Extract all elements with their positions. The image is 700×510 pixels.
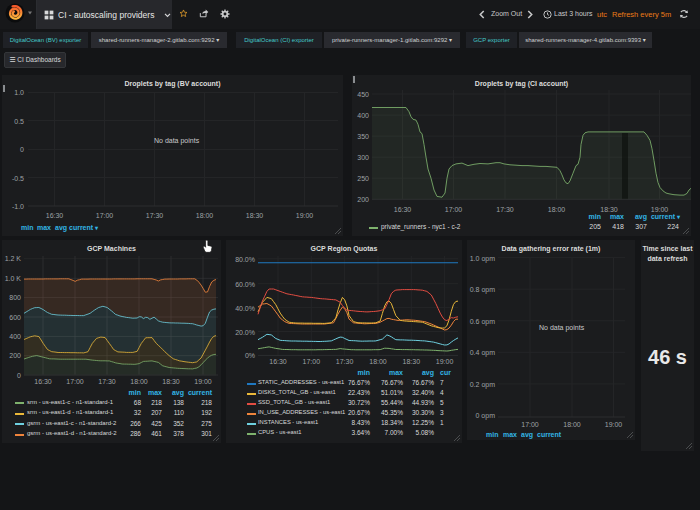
svg-text:0: 0 <box>20 146 24 153</box>
svg-text:250: 250 <box>357 175 369 182</box>
svg-text:200: 200 <box>9 352 21 359</box>
svg-text:200: 200 <box>357 196 369 203</box>
svg-text:0.5: 0.5 <box>14 118 24 125</box>
svg-text:0: 0 <box>17 372 21 379</box>
svg-text:18:00: 18:00 <box>563 421 581 428</box>
svg-text:800: 800 <box>9 294 21 301</box>
svg-text:18:00: 18:00 <box>548 206 566 213</box>
svg-text:18:00: 18:00 <box>369 358 387 365</box>
svg-text:19:00: 19:00 <box>605 421 623 428</box>
svg-text:19:00: 19:00 <box>651 206 669 213</box>
svg-text:400: 400 <box>357 112 369 119</box>
svg-text:-1.0: -1.0 <box>12 203 24 210</box>
svg-text:0.2 opm: 0.2 opm <box>470 381 495 389</box>
svg-text:17:30: 17:30 <box>496 206 514 213</box>
svg-text:-0.5: -0.5 <box>12 175 24 182</box>
svg-text:400: 400 <box>9 333 21 340</box>
svg-text:17:30: 17:30 <box>336 358 354 365</box>
svg-text:16:30: 16:30 <box>394 206 412 213</box>
svg-text:1.0 opm: 1.0 opm <box>470 255 495 263</box>
svg-text:16:30: 16:30 <box>34 378 52 385</box>
svg-text:19:00: 19:00 <box>194 378 212 385</box>
svg-text:0.6 opm: 0.6 opm <box>470 318 495 326</box>
svg-text:60.0%: 60.0% <box>235 281 255 288</box>
svg-text:17:30: 17:30 <box>146 212 164 219</box>
svg-text:17:00: 17:00 <box>66 378 84 385</box>
svg-text:18:00: 18:00 <box>196 212 214 219</box>
svg-text:16:30: 16:30 <box>46 212 64 219</box>
svg-text:1.2 K: 1.2 K <box>5 255 22 262</box>
svg-text:16:30: 16:30 <box>269 358 287 365</box>
svg-text:0.4 opm: 0.4 opm <box>470 349 495 357</box>
svg-text:450: 450 <box>357 91 369 98</box>
svg-text:17:30: 17:30 <box>98 378 116 385</box>
svg-text:0 opm: 0 opm <box>476 412 496 420</box>
svg-text:18:30: 18:30 <box>403 358 421 365</box>
svg-text:18:00: 18:00 <box>130 378 148 385</box>
svg-text:18:30: 18:30 <box>246 212 264 219</box>
svg-text:18:30: 18:30 <box>600 206 618 213</box>
svg-text:600: 600 <box>9 314 21 321</box>
svg-text:1.0 K: 1.0 K <box>5 275 22 282</box>
svg-text:80.0%: 80.0% <box>235 256 255 263</box>
svg-text:20.0%: 20.0% <box>235 329 255 336</box>
svg-text:19:00: 19:00 <box>436 358 454 365</box>
svg-text:350: 350 <box>357 133 369 140</box>
svg-text:17:00: 17:00 <box>303 358 321 365</box>
svg-text:18:30: 18:30 <box>162 378 180 385</box>
svg-text:0%: 0% <box>245 352 255 359</box>
svg-text:17:00: 17:00 <box>96 212 114 219</box>
svg-text:1.0: 1.0 <box>14 89 24 96</box>
svg-text:300: 300 <box>357 154 369 161</box>
svg-text:17:00: 17:00 <box>521 421 539 428</box>
svg-text:0.8 opm: 0.8 opm <box>470 286 495 294</box>
svg-text:40.0%: 40.0% <box>235 305 255 312</box>
svg-text:17:00: 17:00 <box>445 206 463 213</box>
svg-text:19:00: 19:00 <box>296 212 314 219</box>
